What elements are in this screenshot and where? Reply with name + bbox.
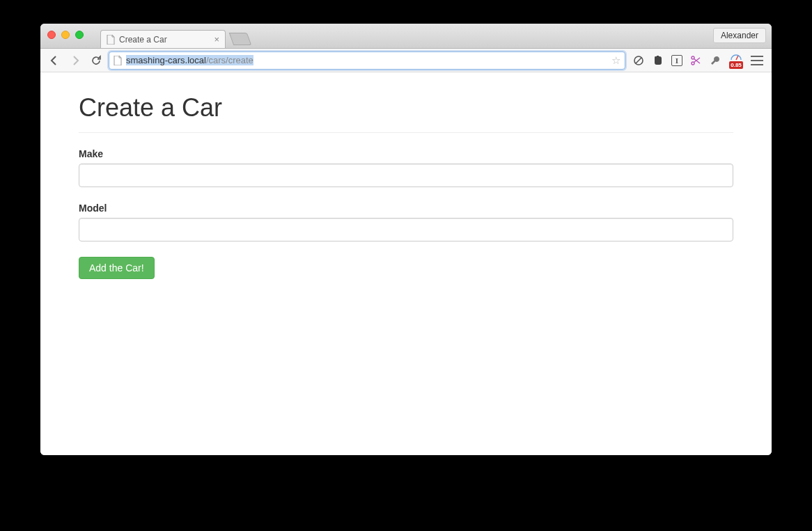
- make-input[interactable]: [79, 164, 733, 187]
- profile-button[interactable]: Alexander: [713, 28, 766, 43]
- form-group-model: Model: [79, 203, 733, 241]
- traffic-lights: [47, 31, 84, 39]
- reload-button[interactable]: [88, 52, 104, 69]
- model-label: Model: [79, 203, 733, 214]
- extension-icons: I 0.85: [630, 52, 766, 69]
- page-content: Create a Car Make Model Add the Car!: [79, 72, 733, 279]
- new-tab-button[interactable]: [229, 33, 252, 45]
- model-input[interactable]: [79, 218, 733, 241]
- svg-point-2: [692, 56, 694, 59]
- url-path: /cars/create: [206, 55, 253, 65]
- make-label: Make: [79, 148, 733, 159]
- tab-title: Create a Car: [119, 35, 167, 45]
- extension-circle-slash-icon[interactable]: [632, 54, 645, 67]
- browser-window: Create a Car × Alexander smashing-cars.l…: [40, 24, 772, 455]
- extension-scissors-icon[interactable]: [689, 54, 702, 67]
- tab-close-icon[interactable]: ×: [214, 34, 219, 45]
- menu-button[interactable]: [751, 54, 763, 67]
- extension-gauge-badge: 0.85: [729, 61, 743, 69]
- extension-instapaper-icon[interactable]: I: [671, 55, 682, 66]
- bookmark-star-icon[interactable]: ☆: [611, 54, 620, 67]
- hamburger-icon: [751, 56, 763, 65]
- site-icon: [114, 56, 122, 65]
- browser-tab[interactable]: Create a Car ×: [100, 30, 226, 48]
- minimize-window-button[interactable]: [61, 31, 70, 39]
- form-group-make: Make: [79, 148, 733, 187]
- back-button[interactable]: [46, 52, 63, 69]
- address-bar[interactable]: smashing-cars.local/cars/create ☆: [109, 51, 625, 70]
- toolbar: smashing-cars.local/cars/create ☆ I 0.85: [40, 49, 772, 72]
- tabstrip: Create a Car ×: [100, 24, 249, 48]
- divider: [79, 132, 733, 133]
- extension-gauge-icon[interactable]: 0.85: [728, 52, 744, 69]
- url-host: smashing-cars.local: [126, 55, 206, 65]
- close-window-button[interactable]: [47, 31, 56, 39]
- titlebar: Create a Car × Alexander: [40, 24, 772, 49]
- submit-button[interactable]: Add the Car!: [79, 257, 155, 279]
- maximize-window-button[interactable]: [75, 31, 84, 39]
- page-heading: Create a Car: [79, 93, 733, 122]
- svg-point-1: [692, 62, 694, 65]
- page-viewport: Create a Car Make Model Add the Car!: [40, 72, 772, 455]
- forward-button[interactable]: [67, 52, 84, 69]
- extension-evernote-icon[interactable]: [652, 54, 664, 67]
- page-icon: [107, 35, 115, 45]
- extension-wrench-icon[interactable]: [709, 54, 721, 67]
